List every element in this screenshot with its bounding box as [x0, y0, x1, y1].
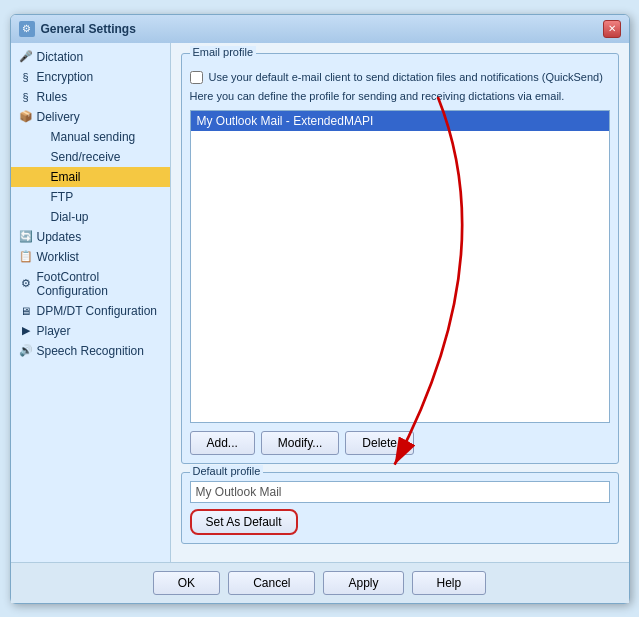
sidebar-label-manual-sending: Manual sending: [51, 130, 136, 144]
delivery-icon: 📦: [19, 110, 33, 124]
player-icon: ▶: [19, 324, 33, 338]
sidebar-label-dpm-dt: DPM/DT Configuration: [37, 304, 158, 318]
sidebar-label-delivery: Delivery: [37, 110, 80, 124]
sidebar-label-email: Email: [51, 170, 81, 184]
cancel-button[interactable]: Cancel: [228, 571, 315, 595]
rules-icon: §: [19, 90, 33, 104]
default-profile-input[interactable]: [190, 481, 610, 503]
main-content: 🎤Dictation§Encryption§Rules📦DeliveryManu…: [11, 43, 629, 562]
footcontrol-icon: ⚙: [19, 277, 33, 291]
profile-list[interactable]: My Outlook Mail - ExtendedMAPI: [190, 110, 610, 423]
send-receive-icon: [33, 150, 47, 164]
sidebar-item-player[interactable]: ▶Player: [11, 321, 170, 341]
profile-btn-row: Add... Modify... Delete: [190, 431, 610, 455]
delete-button[interactable]: Delete: [345, 431, 414, 455]
sidebar-label-player: Player: [37, 324, 71, 338]
sidebar-label-dictation: Dictation: [37, 50, 84, 64]
sidebar-item-manual-sending[interactable]: Manual sending: [11, 127, 170, 147]
sidebar-item-dpm-dt[interactable]: 🖥DPM/DT Configuration: [11, 301, 170, 321]
sidebar-label-footcontrol: FootControl Configuration: [37, 270, 162, 298]
sidebar-item-dial-up[interactable]: Dial-up: [11, 207, 170, 227]
email-icon: [33, 170, 47, 184]
sidebar-item-updates[interactable]: 🔄Updates: [11, 227, 170, 247]
sidebar-item-ftp[interactable]: FTP: [11, 187, 170, 207]
sidebar-item-rules[interactable]: §Rules: [11, 87, 170, 107]
sidebar-item-footcontrol[interactable]: ⚙FootControl Configuration: [11, 267, 170, 301]
close-button[interactable]: ✕: [603, 20, 621, 38]
title-bar: ⚙ General Settings ✕: [11, 15, 629, 43]
sidebar-item-speech[interactable]: 🔊Speech Recognition: [11, 341, 170, 361]
dpm-dt-icon: 🖥: [19, 304, 33, 318]
email-profile-group: Email profile Use your default e-mail cl…: [181, 53, 619, 464]
default-profile-label: Default profile: [190, 465, 264, 477]
sidebar-label-encryption: Encryption: [37, 70, 94, 84]
footer: OK Cancel Apply Help: [11, 562, 629, 603]
sidebar-item-delivery[interactable]: 📦Delivery: [11, 107, 170, 127]
apply-button[interactable]: Apply: [323, 571, 403, 595]
quicksend-label: Use your default e-mail client to send d…: [209, 70, 603, 84]
app-icon: ⚙: [19, 21, 35, 37]
modify-button[interactable]: Modify...: [261, 431, 339, 455]
sidebar-item-email[interactable]: Email: [11, 167, 170, 187]
general-settings-window: ⚙ General Settings ✕ 🎤Dictation§Encrypti…: [10, 14, 630, 604]
sidebar-label-ftp: FTP: [51, 190, 74, 204]
add-button[interactable]: Add...: [190, 431, 255, 455]
quicksend-row: Use your default e-mail client to send d…: [190, 70, 610, 84]
ok-button[interactable]: OK: [153, 571, 220, 595]
sidebar-item-dictation[interactable]: 🎤Dictation: [11, 47, 170, 67]
sidebar-item-encryption[interactable]: §Encryption: [11, 67, 170, 87]
sidebar-label-rules: Rules: [37, 90, 68, 104]
title-bar-left: ⚙ General Settings: [19, 21, 136, 37]
default-profile-group: Default profile Set As Default: [181, 472, 619, 544]
ftp-icon: [33, 190, 47, 204]
email-profile-label: Email profile: [190, 46, 257, 58]
help-button[interactable]: Help: [412, 571, 487, 595]
main-panel: Email profile Use your default e-mail cl…: [171, 43, 629, 562]
sidebar-label-send-receive: Send/receive: [51, 150, 121, 164]
sidebar-label-worklist: Worklist: [37, 250, 79, 264]
set-default-button[interactable]: Set As Default: [190, 509, 298, 535]
quicksend-checkbox[interactable]: [190, 71, 203, 84]
profile-list-item[interactable]: My Outlook Mail - ExtendedMAPI: [191, 111, 609, 131]
dictation-icon: 🎤: [19, 50, 33, 64]
sidebar-label-speech: Speech Recognition: [37, 344, 144, 358]
encryption-icon: §: [19, 70, 33, 84]
sidebar: 🎤Dictation§Encryption§Rules📦DeliveryManu…: [11, 43, 171, 562]
info-text: Here you can define the profile for send…: [190, 90, 610, 102]
speech-icon: 🔊: [19, 344, 33, 358]
updates-icon: 🔄: [19, 230, 33, 244]
sidebar-item-worklist[interactable]: 📋Worklist: [11, 247, 170, 267]
window-title: General Settings: [41, 22, 136, 36]
dial-up-icon: [33, 210, 47, 224]
sidebar-item-send-receive[interactable]: Send/receive: [11, 147, 170, 167]
sidebar-label-updates: Updates: [37, 230, 82, 244]
sidebar-label-dial-up: Dial-up: [51, 210, 89, 224]
manual-sending-icon: [33, 130, 47, 144]
worklist-icon: 📋: [19, 250, 33, 264]
